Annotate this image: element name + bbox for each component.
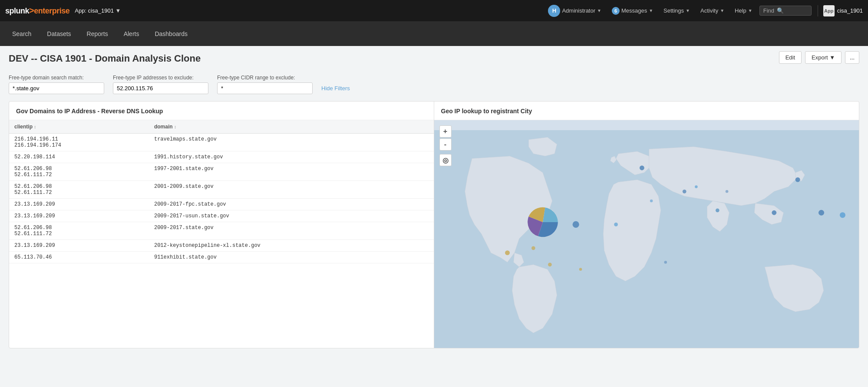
table-row: 216.194.196.11216.194.196.174travelmaps.…	[9, 134, 434, 151]
user-app-icon: App	[823, 5, 835, 16]
svg-point-11	[505, 250, 510, 255]
messages-label: Messages	[621, 7, 647, 14]
cell-clientip: 23.13.169.209	[9, 199, 149, 210]
more-button[interactable]: ...	[845, 51, 859, 64]
search-icon: 🔍	[777, 7, 784, 14]
svg-point-15	[614, 223, 618, 226]
table-row: 52.20.198.1141991.history.state.gov	[9, 151, 434, 163]
right-panel: Geo IP lookup to registrant City + - ◎	[434, 102, 859, 348]
username: cisa_1901	[837, 7, 863, 14]
user-area: App cisa_1901	[818, 5, 863, 16]
svg-point-16	[650, 200, 653, 203]
cidr-filter-label: Free-type CIDR range to exclude:	[217, 75, 313, 81]
cell-clientip: 65.113.70.46	[9, 252, 149, 263]
cell-domain: 2009-2017.state.gov	[149, 222, 434, 240]
left-panel: Gov Domains to IP Address - Reverse DNS …	[9, 102, 434, 348]
map-zoom-in[interactable]: +	[439, 125, 452, 138]
svg-point-18	[725, 190, 728, 193]
svg-point-9	[818, 210, 824, 216]
cell-domain: 1997-2001.state.gov	[149, 163, 434, 181]
svg-point-6	[715, 208, 719, 212]
admin-chevron: ▼	[597, 8, 601, 13]
table-row: 23.13.169.2092009-2017-usun.state.gov	[9, 210, 434, 222]
col-clientip[interactable]: clientip ↕	[9, 120, 149, 134]
left-panel-title: Gov Domains to IP Address - Reverse DNS …	[9, 102, 434, 120]
export-button[interactable]: Export ▼	[805, 51, 842, 64]
table-row: 52.61.206.9852.61.111.721997-2001.state.…	[9, 163, 434, 181]
cell-domain: 2009-2017-usun.state.gov	[149, 210, 434, 222]
table-row: 23.13.169.2092009-2017-fpc.state.gov	[9, 199, 434, 210]
ip-filter-group: Free-type IP addresses to exclude:	[113, 75, 208, 94]
svg-point-13	[548, 263, 552, 267]
cell-clientip: 52.20.198.114	[9, 151, 149, 163]
cell-clientip: 216.194.196.11216.194.196.174	[9, 134, 149, 151]
domain-filter-input[interactable]	[9, 82, 104, 94]
activity-menu[interactable]: Activity ▼	[697, 6, 728, 16]
title-actions: Edit Export ▼ ...	[779, 51, 859, 64]
map-zoom-out[interactable]: -	[439, 138, 452, 151]
settings-label: Settings	[663, 7, 684, 14]
map-locate[interactable]: ◎	[439, 154, 452, 166]
world-map	[434, 120, 859, 348]
help-menu[interactable]: Help ▼	[731, 6, 756, 16]
svg-point-3	[639, 166, 644, 171]
svg-point-17	[664, 261, 667, 264]
svg-point-14	[579, 268, 582, 271]
page-title: DEV -- CISA 1901 - Domain Analysis Clone	[9, 53, 201, 64]
cell-clientip: 52.61.206.9852.61.111.72	[9, 163, 149, 181]
cell-clientip: 23.13.169.209	[9, 210, 149, 222]
settings-menu[interactable]: Settings ▼	[660, 6, 693, 16]
cell-clientip: 52.61.206.9852.61.111.72	[9, 181, 149, 199]
map-controls: + - ◎	[439, 125, 452, 166]
domain-filter-group: Free-type domain search match:	[9, 75, 104, 94]
domain-filter-label: Free-type domain search match:	[9, 75, 104, 81]
top-nav: splunk>enterprise App: cisa_1901 ▼ H Adm…	[0, 0, 868, 21]
nav-dashboards[interactable]: Dashboards	[148, 27, 195, 41]
map-container: + - ◎	[434, 120, 859, 348]
cell-domain: travelmaps.state.gov	[149, 134, 434, 151]
sec-nav: Search Datasets Reports Alerts Dashboard…	[0, 21, 868, 46]
sort-domain-icon: ↕	[174, 125, 176, 129]
app-selector[interactable]: App: cisa_1901 ▼	[75, 7, 121, 14]
cidr-filter-input[interactable]	[217, 82, 313, 94]
admin-label: Administrator	[562, 7, 595, 14]
svg-point-10	[839, 212, 845, 218]
cell-clientip: 23.13.169.209	[9, 240, 149, 252]
find-label: Find	[763, 7, 774, 14]
ip-filter-input[interactable]	[113, 82, 208, 94]
svg-point-8	[795, 177, 800, 182]
right-panel-title: Geo IP lookup to registrant City	[434, 102, 859, 120]
top-nav-right: H Administrator ▼ 6 Messages ▼ Settings …	[545, 3, 863, 19]
cell-domain: 1991.history.state.gov	[149, 151, 434, 163]
cell-domain: 2012-keystonepipeline-xl.state.gov	[149, 240, 434, 252]
activity-chevron: ▼	[720, 8, 724, 13]
settings-chevron: ▼	[686, 8, 690, 13]
svg-point-7	[772, 210, 776, 215]
cell-domain: 2009-2017-fpc.state.gov	[149, 199, 434, 210]
col-domain[interactable]: domain ↕	[149, 120, 434, 134]
find-box[interactable]: Find 🔍	[759, 6, 812, 16]
nav-search[interactable]: Search	[5, 27, 38, 41]
filters-section: Free-type domain search match: Free-type…	[9, 75, 859, 94]
nav-datasets[interactable]: Datasets	[40, 27, 78, 41]
cell-domain: 2001-2009.state.gov	[149, 181, 434, 199]
messages-menu[interactable]: 6 Messages ▼	[608, 5, 657, 16]
cell-domain: 911exhibit.state.gov	[149, 252, 434, 263]
sort-clientip-icon: ↕	[34, 125, 36, 129]
svg-point-2	[572, 221, 579, 228]
nav-reports[interactable]: Reports	[80, 27, 115, 41]
messages-badge: 6	[612, 7, 620, 15]
edit-button[interactable]: Edit	[779, 51, 802, 64]
hide-filters-link[interactable]: Hide Filters	[321, 85, 350, 92]
locate-icon: ◎	[442, 156, 449, 164]
help-chevron: ▼	[748, 8, 752, 13]
table-row: 52.61.206.9852.61.111.722001-2009.state.…	[9, 181, 434, 199]
svg-point-4	[682, 190, 686, 194]
filter-row: Free-type domain search match: Free-type…	[9, 75, 859, 94]
table-row: 52.61.206.9852.61.111.722009-2017.state.…	[9, 222, 434, 240]
nav-alerts[interactable]: Alerts	[117, 27, 146, 41]
help-label: Help	[735, 7, 746, 14]
admin-menu[interactable]: H Administrator ▼	[545, 3, 604, 19]
panels: Gov Domains to IP Address - Reverse DNS …	[9, 101, 859, 348]
activity-label: Activity	[700, 7, 718, 14]
